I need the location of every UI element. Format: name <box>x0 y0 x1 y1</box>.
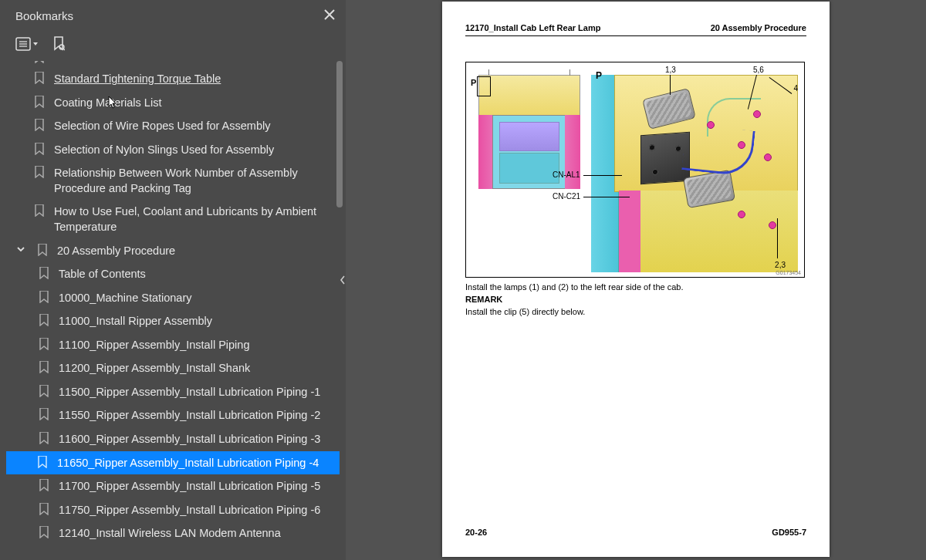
bookmark-label: 11650_Ripper Assembly_Install Lubricatio… <box>57 455 333 471</box>
bookmark-item[interactable]: 12140_Install Wireless LAN Modem Antenna <box>6 521 340 545</box>
bookmark-label: Selection of Wire Ropes Used for Assembl… <box>54 118 333 134</box>
bookmark-icon <box>37 290 51 303</box>
bookmark-label: 11600_Ripper Assembly_Install Lubricatio… <box>59 431 333 447</box>
footer-doc-id: GD955-7 <box>772 528 806 537</box>
chevron-down-icon[interactable] <box>14 243 28 254</box>
bookmark-label: 11550_Ripper Assembly_Install Lubricatio… <box>59 407 333 423</box>
callout-label: CN-C21 <box>553 192 580 201</box>
bookmark-item[interactable]: 11100_Ripper Assembly_Install Piping <box>6 333 340 357</box>
bookmark-item[interactable]: Selection of Nylon Slings Used for Assem… <box>6 138 340 162</box>
svg-line-5 <box>63 49 65 50</box>
bookmark-icon <box>37 266 51 279</box>
bookmark-list: Tool List for Field Assembly Standard Ti… <box>0 61 346 552</box>
panel-header: Bookmarks <box>0 0 346 32</box>
bookmark-item[interactable]: 11200_Ripper Assembly_Install Shank <box>6 356 340 380</box>
bookmark-icon <box>32 165 46 178</box>
bookmark-icon <box>37 407 51 420</box>
bookmark-item-selected[interactable]: 11650_Ripper Assembly_Install Lubricatio… <box>6 451 340 475</box>
bookmark-item[interactable]: Coating Materials List <box>6 91 340 115</box>
diagram-detail: P 1,3 5,6 4 2,3 <box>591 67 799 272</box>
detail-region-box <box>477 76 491 96</box>
bookmark-item[interactable]: Relationship Between Work Number of Asse… <box>6 161 340 200</box>
bookmarks-panel: Bookmarks <box>0 0 346 560</box>
bookmark-label: 20 Assembly Procedure <box>57 243 333 259</box>
bookmark-item[interactable]: Table of Contents <box>6 262 340 286</box>
bookmark-label: 11700_Ripper Assembly_Install Lubricatio… <box>59 478 333 494</box>
collapse-panel-handle[interactable] <box>339 263 346 297</box>
bookmark-icon <box>37 431 51 444</box>
bookmark-label: 11100_Ripper Assembly_Install Piping <box>59 337 333 353</box>
bookmark-label: 10000_Machine Stationary <box>59 290 333 306</box>
diagram-overview: P <box>471 67 586 206</box>
bookmark-item[interactable]: 11550_Ripper Assembly_Install Lubricatio… <box>6 403 340 427</box>
bookmark-icon <box>32 95 46 108</box>
panel-toolbar <box>0 32 346 61</box>
bookmark-icon <box>35 243 49 256</box>
bookmark-label: 11000_Install Ripper Assembly <box>59 313 333 329</box>
bookmark-group-header[interactable]: 20 Assembly Procedure <box>6 239 340 263</box>
callout-p: P <box>596 70 602 81</box>
outline-options-button[interactable] <box>15 37 39 51</box>
bookmark-scroll-area: Tool List for Field Assembly Standard Ti… <box>0 61 346 560</box>
close-icon[interactable] <box>324 8 335 24</box>
header-left: 12170_Install Cab Left Rear Lamp <box>465 23 600 32</box>
bookmark-item[interactable]: 10000_Machine Stationary <box>6 286 340 310</box>
bookmark-icon <box>37 525 51 538</box>
bookmark-icon <box>32 61 46 63</box>
scrollbar-track[interactable] <box>336 61 343 560</box>
callout-label: CN-AL1 <box>553 170 580 179</box>
bookmark-label: Coating Materials List <box>54 95 333 111</box>
bookmark-icon <box>37 313 51 326</box>
bookmark-icon <box>32 71 46 84</box>
callout-label: 5,6 <box>753 66 764 74</box>
bookmark-item[interactable]: 11000_Install Ripper Assembly <box>6 309 340 333</box>
scrollbar-thumb[interactable] <box>336 61 343 207</box>
bookmark-item[interactable]: 11700_Ripper Assembly_Install Lubricatio… <box>6 474 340 498</box>
bookmark-label: Selection of Nylon Slings Used for Assem… <box>54 142 333 158</box>
bookmark-icon <box>37 502 51 515</box>
bookmark-icon <box>32 118 46 131</box>
bookmark-label: Table of Contents <box>59 266 333 282</box>
bookmark-label: Standard Tightening Torque Table <box>54 71 333 87</box>
footer-page-number: 20-26 <box>465 528 487 537</box>
technical-diagram: P P 1,3 5,6 <box>465 62 805 278</box>
callout-label: 4 <box>793 84 798 93</box>
bookmark-label: Tool List for Field Assembly <box>54 61 333 62</box>
bookmark-item[interactable]: Selection of Wire Ropes Used for Assembl… <box>6 114 340 138</box>
page-footer: 20-26 GD955-7 <box>465 528 806 537</box>
panel-title: Bookmarks <box>15 9 73 22</box>
find-bookmark-button[interactable] <box>52 36 65 52</box>
bookmark-icon <box>32 204 46 217</box>
bookmark-icon <box>35 455 49 468</box>
callout-p: P <box>471 78 476 87</box>
instruction-text: Install the lamps (1) and (2) to the lef… <box>465 282 806 292</box>
diagram-id: G0173454 <box>776 270 801 275</box>
bookmark-label: Relationship Between Work Number of Asse… <box>54 165 333 196</box>
remark-heading: REMARK <box>465 295 806 304</box>
document-viewport[interactable]: 12170_Install Cab Left Rear Lamp 20 Asse… <box>346 0 926 560</box>
bookmark-icon <box>37 384 51 397</box>
header-right: 20 Assembly Procedure <box>711 23 806 32</box>
bookmark-item[interactable]: Standard Tightening Torque Table <box>6 67 340 91</box>
bookmark-icon <box>37 337 51 350</box>
bookmark-label: 12140_Install Wireless LAN Modem Antenna <box>59 525 333 541</box>
bookmark-icon <box>37 478 51 491</box>
callout-label: 1,3 <box>665 66 676 74</box>
bookmark-item[interactable]: How to Use Fuel, Coolant and Lubricants … <box>6 200 340 238</box>
bookmark-item[interactable]: 11750_Ripper Assembly_Install Lubricatio… <box>6 498 340 522</box>
callout-label: 2,3 <box>775 261 786 269</box>
bookmark-label: How to Use Fuel, Coolant and Lubricants … <box>54 204 333 234</box>
bookmark-icon <box>37 360 51 373</box>
bookmark-item[interactable]: 11500_Ripper Assembly_Install Lubricatio… <box>6 380 340 404</box>
bookmark-item[interactable]: 11600_Ripper Assembly_Install Lubricatio… <box>6 427 340 451</box>
bookmark-label: 11500_Ripper Assembly_Install Lubricatio… <box>59 384 333 400</box>
bookmark-item[interactable]: Tool List for Field Assembly <box>6 61 340 67</box>
bookmark-label: 11200_Ripper Assembly_Install Shank <box>59 360 333 376</box>
bookmark-icon <box>32 142 46 155</box>
instruction-text: Install the clip (5) directly below. <box>465 307 806 316</box>
bookmark-label: 11750_Ripper Assembly_Install Lubricatio… <box>59 502 333 518</box>
document-page: 12170_Install Cab Left Rear Lamp 20 Asse… <box>442 2 830 557</box>
page-running-header: 12170_Install Cab Left Rear Lamp 20 Asse… <box>465 23 806 36</box>
